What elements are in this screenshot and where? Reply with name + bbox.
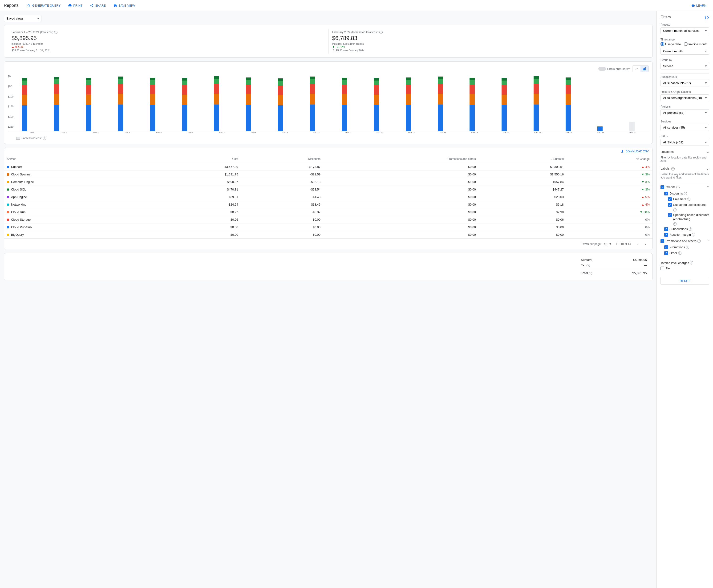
bar-segment bbox=[118, 84, 123, 94]
forecasted-cost-change: ▼ -2.79% bbox=[332, 45, 645, 48]
col-service: Service bbox=[4, 155, 153, 163]
bar-segment bbox=[278, 105, 283, 131]
svg-rect-0 bbox=[643, 68, 644, 70]
sustained-use-checkbox[interactable] bbox=[668, 203, 672, 207]
bar-segment bbox=[469, 78, 475, 80]
sustained-use-help-icon[interactable]: ? bbox=[673, 208, 676, 211]
total-help-icon[interactable]: ? bbox=[589, 272, 592, 275]
subaccounts-select[interactable]: All subaccounts (27) bbox=[660, 80, 709, 86]
bar-segment bbox=[246, 78, 251, 80]
skus-section: SKUs All SKUs (402) ▼ bbox=[660, 135, 709, 146]
promotions-checkbox[interactable] bbox=[664, 245, 668, 249]
bar-segment bbox=[22, 105, 27, 131]
line-chart-button[interactable] bbox=[632, 66, 641, 72]
promotions-help-icon[interactable]: ? bbox=[686, 246, 689, 249]
bar-segment bbox=[22, 78, 27, 81]
bar-segment bbox=[182, 105, 187, 131]
spending-based-checkbox[interactable] bbox=[668, 213, 672, 217]
credits-checkbox[interactable] bbox=[660, 185, 664, 189]
service-color-dot bbox=[7, 234, 9, 236]
current-cost-help-icon[interactable]: ? bbox=[54, 30, 58, 34]
total-value: $5,895.95 bbox=[632, 271, 647, 275]
promos-others-checkbox[interactable] bbox=[660, 239, 664, 243]
group-by-select[interactable]: Service bbox=[660, 63, 709, 69]
other-help-icon[interactable]: ? bbox=[678, 252, 681, 255]
reseller-margin-checkbox[interactable] bbox=[664, 233, 668, 237]
credits-expand-icon[interactable]: ⌃ bbox=[706, 185, 709, 190]
subtotal-value: $5,895.95 bbox=[633, 258, 647, 261]
reseller-margin-help-icon[interactable]: ? bbox=[692, 233, 695, 236]
labels-header[interactable]: Labels ? ⌄ bbox=[660, 166, 709, 171]
services-filter-select-wrapper: All services (45) ▼ bbox=[660, 124, 709, 131]
labels-sub: Select the key and values of the labels … bbox=[660, 173, 709, 179]
folders-select[interactable]: All folders/organizations (28) bbox=[660, 94, 709, 101]
table-row: Networking $24.64 -$18.46 $0.00 $6.18 ▲ … bbox=[4, 201, 652, 208]
invoice-charges-section: Invoice level charges ? Tax bbox=[660, 261, 709, 270]
print-button[interactable]: PRINT bbox=[65, 2, 85, 9]
subtotal-cell: $0.06 bbox=[479, 216, 567, 224]
free-tiers-checkbox[interactable] bbox=[668, 197, 672, 201]
forecasted-help-icon[interactable]: ? bbox=[43, 136, 46, 140]
bar-segment bbox=[150, 105, 155, 131]
next-page-button[interactable]: › bbox=[642, 241, 649, 247]
spending-based-help-icon[interactable]: ? bbox=[673, 222, 676, 226]
current-month-select[interactable]: Current month bbox=[660, 48, 709, 55]
share-button[interactable]: SHARE bbox=[87, 2, 108, 9]
promos-cell: $0.00 bbox=[323, 193, 479, 201]
subscriptions-help-icon[interactable]: ? bbox=[689, 228, 692, 231]
invoice-month-radio[interactable]: Invoice month bbox=[684, 42, 708, 46]
presets-select[interactable]: Current month, all services bbox=[660, 27, 709, 34]
labels-help-icon[interactable]: ? bbox=[671, 167, 675, 170]
group-by-select-wrapper: Service ▼ bbox=[660, 63, 709, 69]
saved-views-select[interactable]: Saved views bbox=[4, 15, 41, 22]
learn-button[interactable]: LEARN bbox=[688, 2, 709, 9]
service-cell: Networking bbox=[4, 201, 153, 208]
x-label: Feb 1 bbox=[17, 131, 48, 134]
locations-header[interactable]: Locations ⌄ bbox=[660, 149, 709, 154]
sidebar-collapse-button[interactable]: ❯❯ bbox=[704, 16, 709, 19]
rows-per-page-select[interactable]: 10 25 50 bbox=[603, 242, 612, 246]
discounts-help-icon[interactable]: ? bbox=[684, 192, 687, 195]
forecasted-cost-sub: includes -$389.19 in credits bbox=[332, 42, 645, 45]
chart-wrapper: $250 $200 $150 $100 $50 $0 Feb 1Feb 2Feb bbox=[8, 75, 649, 134]
content-area: Saved views ▼ February 1 – 26, 2024 (tot… bbox=[0, 11, 656, 588]
tax-help-icon[interactable]: ? bbox=[587, 264, 590, 267]
generate-query-button[interactable]: GENERATE QUERY bbox=[24, 2, 63, 9]
cost-cell: $29.51 bbox=[153, 193, 241, 201]
service-color-dot bbox=[7, 188, 9, 191]
invoice-month-radio-circle bbox=[684, 42, 688, 46]
promos-others-help-icon[interactable]: ? bbox=[697, 239, 701, 243]
totals-section: Subtotal $5,895.95 Tax ? — Total ? $5,89… bbox=[4, 253, 653, 280]
save-view-button[interactable]: SAVE VIEW bbox=[110, 2, 138, 9]
discounts-cell: -$18.46 bbox=[241, 201, 323, 208]
bar-segment bbox=[438, 94, 443, 105]
promos-others-expand-icon[interactable]: ⌃ bbox=[706, 239, 709, 243]
subscriptions-checkbox[interactable] bbox=[664, 227, 668, 231]
usage-date-radio[interactable]: Usage date bbox=[660, 42, 681, 46]
discounts-checkbox[interactable] bbox=[664, 192, 668, 195]
bar-segment bbox=[597, 126, 603, 131]
reset-button[interactable]: RESET bbox=[660, 277, 709, 285]
cumulative-toggle-switch[interactable] bbox=[598, 67, 606, 71]
free-tiers-help-icon[interactable]: ? bbox=[687, 197, 690, 201]
x-label: Feb 16 bbox=[427, 131, 459, 134]
bar-segment bbox=[214, 84, 219, 94]
invoice-charges-help-icon[interactable]: ? bbox=[690, 261, 693, 265]
prev-page-button[interactable]: ‹ bbox=[635, 241, 641, 247]
projects-select[interactable]: All projects (53) bbox=[660, 109, 709, 116]
projects-select-wrapper: All projects (53) ▼ bbox=[660, 109, 709, 116]
other-checkbox[interactable] bbox=[664, 251, 668, 255]
forecasted-cost-help-icon[interactable]: ? bbox=[379, 30, 383, 34]
change-cell: ▼ 3% bbox=[567, 178, 652, 186]
skus-select-wrapper: All SKUs (402) ▼ bbox=[660, 139, 709, 146]
credits-help-icon[interactable]: ? bbox=[676, 186, 679, 189]
table-body: Support $3,477.39 -$173.87 $0.00 $3,303.… bbox=[4, 163, 652, 238]
bar-segment bbox=[150, 94, 155, 105]
services-filter-select[interactable]: All services (45) bbox=[660, 124, 709, 131]
bar-chart-button[interactable] bbox=[641, 66, 649, 72]
col-change: % Change bbox=[567, 155, 652, 163]
x-label: Feb 4 bbox=[112, 131, 143, 134]
tax-charges-checkbox[interactable] bbox=[660, 267, 664, 270]
skus-select[interactable]: All SKUs (402) bbox=[660, 139, 709, 146]
download-csv-button[interactable]: DOWNLOAD CSV bbox=[621, 150, 649, 153]
